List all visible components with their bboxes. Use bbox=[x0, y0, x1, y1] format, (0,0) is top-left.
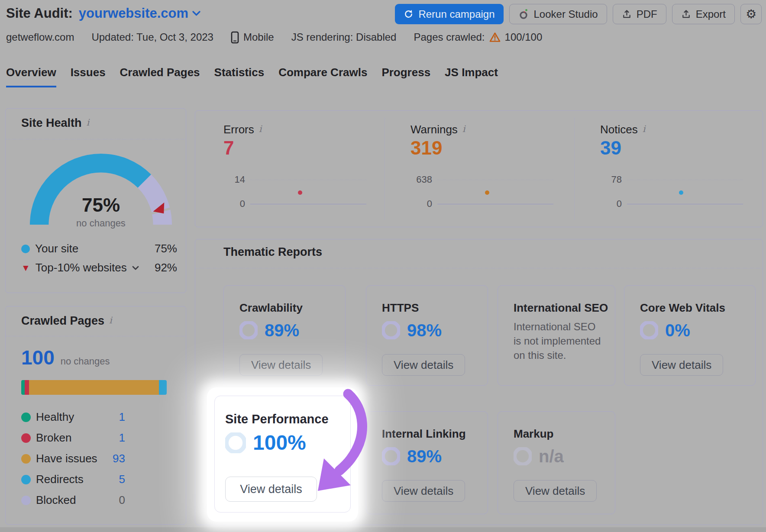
https-title: HTTPS bbox=[382, 301, 419, 315]
errors-sparkline: 14 0 bbox=[223, 175, 366, 210]
https-view-details-button[interactable]: View details bbox=[382, 354, 465, 376]
info-icon[interactable]: i bbox=[643, 123, 646, 134]
blocked-value: 0 bbox=[119, 493, 125, 507]
markup-score: n/a bbox=[539, 448, 564, 465]
info-icon[interactable]: i bbox=[87, 116, 90, 127]
upload-icon bbox=[622, 9, 632, 19]
your-site-dot bbox=[21, 245, 30, 253]
tab-progress[interactable]: Progress bbox=[381, 66, 430, 87]
export-label: Export bbox=[696, 8, 726, 20]
rerun-campaign-label: Rerun campaign bbox=[418, 8, 495, 20]
crawled-pages-bar[interactable] bbox=[21, 380, 167, 395]
errors-title: Errors bbox=[223, 123, 254, 136]
tab-crawled-pages[interactable]: Crawled Pages bbox=[120, 66, 200, 87]
core-web-vitals-view-details-button[interactable]: View details bbox=[640, 354, 723, 376]
crawled-pages-title: Crawled Pages bbox=[21, 314, 104, 328]
device-type: Mobile bbox=[231, 31, 274, 44]
redirects-value[interactable]: 5 bbox=[119, 473, 125, 486]
tab-overview[interactable]: Overview bbox=[6, 66, 56, 87]
blocked-dot bbox=[21, 496, 31, 505]
legend-redirects: Redirects 5 bbox=[21, 473, 125, 486]
rerun-campaign-button[interactable]: Rerun campaign bbox=[395, 4, 503, 24]
core-web-vitals-title: Core Web Vitals bbox=[640, 301, 725, 315]
healthy-value[interactable]: 1 bbox=[119, 410, 125, 424]
site-health-title: Site Health bbox=[21, 116, 82, 130]
core-web-vitals-score: 0% bbox=[665, 322, 690, 339]
mobile-icon bbox=[231, 31, 239, 44]
markup-view-details-button[interactable]: View details bbox=[514, 480, 597, 502]
broken-value[interactable]: 1 bbox=[119, 431, 125, 445]
pdf-label: PDF bbox=[637, 8, 657, 20]
site-health-score: 75% bbox=[28, 194, 174, 216]
looker-studio-button[interactable]: Looker Studio bbox=[509, 4, 607, 24]
warnings-min: 0 bbox=[410, 198, 437, 210]
device-label: Mobile bbox=[243, 31, 274, 43]
errors-column: Errors i 7 14 0 bbox=[223, 111, 379, 227]
have-issues-dot bbox=[21, 454, 31, 464]
legend-blocked: Blocked 0 bbox=[21, 493, 125, 507]
warnings-data-point bbox=[485, 190, 489, 195]
internal-linking-donut bbox=[382, 447, 400, 465]
pdf-button[interactable]: PDF bbox=[613, 4, 666, 24]
crawled-change: no changes bbox=[61, 356, 110, 367]
notices-sparkline: 78 0 bbox=[600, 175, 743, 210]
notices-column: Notices i 39 78 0 bbox=[600, 111, 756, 227]
https-card: HTTPS 98% View details bbox=[366, 285, 488, 386]
project-selector[interactable]: yourwebsite.com bbox=[79, 6, 200, 21]
redirects-label: Redirects bbox=[36, 473, 84, 486]
bar-broken[interactable] bbox=[25, 380, 29, 395]
crawlability-donut bbox=[239, 321, 258, 339]
redirects-dot bbox=[21, 475, 31, 484]
looker-studio-icon bbox=[518, 8, 529, 20]
legend-have-issues: Have issues 93 bbox=[21, 452, 125, 465]
site-performance-donut bbox=[225, 432, 246, 453]
info-icon[interactable]: i bbox=[109, 314, 112, 325]
legend-healthy: Healthy 1 bbox=[21, 410, 125, 424]
broken-label: Broken bbox=[36, 431, 71, 445]
tab-statistics[interactable]: Statistics bbox=[214, 66, 265, 87]
crawled-total: 100 bbox=[21, 348, 55, 368]
chevron-down-icon[interactable] bbox=[132, 266, 139, 270]
broken-dot bbox=[21, 433, 31, 443]
tab-compare-crawls[interactable]: Compare Crawls bbox=[278, 66, 367, 87]
chevron-down-icon bbox=[192, 11, 200, 16]
legend-your-site: Your site 75% bbox=[21, 242, 177, 255]
site-performance-view-details-button[interactable]: View details bbox=[225, 477, 317, 502]
notices-value[interactable]: 39 bbox=[600, 139, 621, 158]
notices-title: Notices bbox=[600, 123, 638, 136]
main-tabs: Overview Issues Crawled Pages Statistics… bbox=[6, 66, 498, 87]
tab-js-impact[interactable]: JS Impact bbox=[445, 66, 498, 87]
warnings-value[interactable]: 319 bbox=[410, 139, 442, 158]
tab-issues[interactable]: Issues bbox=[71, 66, 106, 87]
campaign-domain: getweflow.com bbox=[6, 31, 74, 43]
your-site-label: Your site bbox=[35, 242, 78, 255]
viewport-edge bbox=[0, 527, 766, 532]
errors-data-point bbox=[298, 190, 302, 195]
pages-crawled-label: Pages crawled: bbox=[414, 31, 485, 43]
settings-button[interactable]: ⚙ bbox=[740, 4, 762, 24]
warnings-max: 638 bbox=[410, 174, 437, 185]
bar-have-issues[interactable] bbox=[29, 380, 158, 395]
errors-value[interactable]: 7 bbox=[223, 139, 234, 158]
site-health-card: Site Health i 75% no changes Your site 7… bbox=[5, 108, 186, 293]
notices-data-point bbox=[679, 190, 683, 195]
bar-healthy[interactable] bbox=[21, 380, 25, 395]
healthy-dot bbox=[21, 413, 31, 422]
internal-linking-view-details-button[interactable]: View details bbox=[382, 480, 465, 502]
internal-linking-title: Internal Linking bbox=[382, 427, 466, 441]
blocked-label: Blocked bbox=[36, 493, 76, 507]
crawlability-score: 89% bbox=[265, 322, 299, 339]
notices-max: 78 bbox=[600, 174, 627, 185]
have-issues-value[interactable]: 93 bbox=[113, 452, 125, 465]
top10-label: Top-10% websites bbox=[36, 261, 127, 274]
bar-redirects[interactable] bbox=[159, 380, 167, 395]
crawlability-view-details-button[interactable]: View details bbox=[239, 354, 323, 376]
export-button[interactable]: Export bbox=[672, 4, 735, 24]
info-icon[interactable]: i bbox=[462, 123, 465, 134]
info-icon[interactable]: i bbox=[259, 123, 262, 134]
crawlability-card: Crawlability 89% View details bbox=[223, 285, 346, 386]
site-audit-label: Site Audit: bbox=[6, 6, 73, 21]
international-seo-card: International SEO International SEO is n… bbox=[498, 285, 615, 386]
refresh-icon bbox=[404, 9, 414, 19]
markup-donut bbox=[514, 447, 532, 465]
